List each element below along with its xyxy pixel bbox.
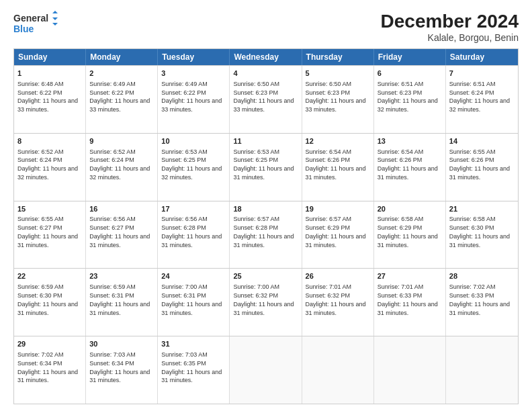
title-block: December 2024 Kalale, Borgou, Benin (381, 11, 519, 43)
calendar-cell: 28 Sunrise: 7:02 AMSunset: 6:33 PMDaylig… (446, 269, 518, 336)
calendar-cell: 23 Sunrise: 6:59 AMSunset: 6:31 PMDaylig… (86, 269, 158, 336)
cell-text: Sunrise: 6:50 AMSunset: 6:23 PMDaylight:… (306, 81, 366, 113)
col-thursday: Thursday (302, 49, 374, 65)
calendar-cell: 26 Sunrise: 7:01 AMSunset: 6:32 PMDaylig… (302, 269, 374, 336)
cell-text: Sunrise: 6:54 AMSunset: 6:26 PMDaylight:… (378, 148, 438, 181)
calendar-cell: 10 Sunrise: 6:53 AMSunset: 6:25 PMDaylig… (158, 134, 230, 201)
calendar-cell: 6 Sunrise: 6:51 AMSunset: 6:23 PMDayligh… (374, 66, 446, 133)
day-number: 15 (17, 204, 82, 214)
day-number: 2 (89, 68, 154, 79)
day-number: 6 (378, 68, 442, 79)
cell-text: Sunrise: 6:59 AMSunset: 6:30 PMDaylight:… (17, 283, 78, 316)
cell-text: Sunrise: 7:01 AMSunset: 6:32 PMDaylight:… (306, 283, 366, 316)
page: General Blue December 2024 Kalale, Borgo… (0, 0, 532, 411)
week-row-2: 8 Sunrise: 6:52 AMSunset: 6:24 PMDayligh… (14, 133, 518, 201)
week-row-1: 1 Sunrise: 6:48 AMSunset: 6:22 PMDayligh… (14, 65, 518, 133)
svg-marker-2 (52, 11, 58, 13)
col-saturday: Saturday (446, 49, 518, 65)
day-number: 4 (233, 68, 298, 79)
svg-marker-4 (52, 23, 58, 26)
day-number: 28 (449, 271, 515, 281)
day-number: 29 (17, 339, 82, 349)
day-number: 24 (161, 271, 226, 281)
calendar-cell: 11 Sunrise: 6:53 AMSunset: 6:25 PMDaylig… (230, 134, 302, 201)
main-title: December 2024 (381, 11, 519, 32)
cell-text: Sunrise: 6:59 AMSunset: 6:31 PMDaylight:… (89, 283, 150, 316)
cell-text: Sunrise: 6:55 AMSunset: 6:27 PMDaylight:… (17, 216, 78, 248)
cell-text: Sunrise: 7:01 AMSunset: 6:33 PMDaylight:… (378, 283, 438, 316)
cell-text: Sunrise: 6:57 AMSunset: 6:28 PMDaylight:… (233, 216, 294, 248)
col-monday: Monday (86, 49, 158, 65)
cell-text: Sunrise: 6:51 AMSunset: 6:24 PMDaylight:… (449, 81, 510, 113)
calendar-cell: 4 Sunrise: 6:50 AMSunset: 6:23 PMDayligh… (230, 66, 302, 133)
cell-text: Sunrise: 6:49 AMSunset: 6:22 PMDaylight:… (89, 81, 150, 113)
cell-text: Sunrise: 6:49 AMSunset: 6:22 PMDaylight:… (161, 81, 222, 113)
calendar-cell: 2 Sunrise: 6:49 AMSunset: 6:22 PMDayligh… (86, 66, 158, 133)
cell-text: Sunrise: 6:57 AMSunset: 6:29 PMDaylight:… (306, 216, 366, 248)
calendar-cell (446, 336, 518, 404)
calendar-cell: 21 Sunrise: 6:58 AMSunset: 6:30 PMDaylig… (446, 201, 518, 269)
calendar-cell: 7 Sunrise: 6:51 AMSunset: 6:24 PMDayligh… (446, 66, 518, 133)
cell-text: Sunrise: 6:50 AMSunset: 6:23 PMDaylight:… (233, 81, 294, 113)
calendar-cell: 25 Sunrise: 7:00 AMSunset: 6:32 PMDaylig… (230, 269, 302, 336)
cell-text: Sunrise: 7:02 AMSunset: 6:34 PMDaylight:… (17, 351, 78, 383)
week-row-4: 22 Sunrise: 6:59 AMSunset: 6:30 PMDaylig… (14, 268, 518, 336)
day-number: 22 (17, 271, 82, 281)
cell-text: Sunrise: 6:52 AMSunset: 6:24 PMDaylight:… (17, 148, 78, 181)
calendar-cell: 3 Sunrise: 6:49 AMSunset: 6:22 PMDayligh… (158, 66, 230, 133)
calendar-cell: 12 Sunrise: 6:54 AMSunset: 6:26 PMDaylig… (302, 134, 374, 201)
day-number: 5 (306, 68, 370, 79)
calendar-cell (374, 336, 446, 404)
day-number: 21 (449, 204, 515, 214)
calendar-cell: 9 Sunrise: 6:52 AMSunset: 6:24 PMDayligh… (86, 134, 158, 201)
cell-text: Sunrise: 6:53 AMSunset: 6:25 PMDaylight:… (161, 148, 222, 181)
cell-text: Sunrise: 6:51 AMSunset: 6:23 PMDaylight:… (378, 81, 438, 113)
day-number: 13 (378, 136, 442, 146)
week-row-5: 29 Sunrise: 7:02 AMSunset: 6:34 PMDaylig… (14, 336, 518, 404)
day-number: 18 (233, 204, 298, 214)
day-number: 23 (89, 271, 154, 281)
calendar-cell: 30 Sunrise: 7:03 AMSunset: 6:34 PMDaylig… (86, 336, 158, 404)
cell-text: Sunrise: 6:58 AMSunset: 6:30 PMDaylight:… (449, 216, 510, 248)
calendar-cell: 31 Sunrise: 7:03 AMSunset: 6:35 PMDaylig… (158, 336, 230, 404)
day-number: 14 (449, 136, 515, 146)
day-number: 16 (89, 204, 154, 214)
calendar-cell: 24 Sunrise: 7:00 AMSunset: 6:31 PMDaylig… (158, 269, 230, 336)
calendar-cell: 18 Sunrise: 6:57 AMSunset: 6:28 PMDaylig… (230, 201, 302, 269)
calendar-body: 1 Sunrise: 6:48 AMSunset: 6:22 PMDayligh… (14, 65, 518, 404)
day-number: 30 (89, 339, 154, 349)
cell-text: Sunrise: 6:52 AMSunset: 6:24 PMDaylight:… (89, 148, 150, 181)
col-friday: Friday (374, 49, 446, 65)
logo: General Blue (13, 11, 60, 35)
header: General Blue December 2024 Kalale, Borgo… (13, 11, 519, 43)
cell-text: Sunrise: 7:00 AMSunset: 6:31 PMDaylight:… (161, 283, 222, 316)
day-number: 8 (17, 136, 82, 146)
calendar-cell: 27 Sunrise: 7:01 AMSunset: 6:33 PMDaylig… (374, 269, 446, 336)
calendar-cell: 5 Sunrise: 6:50 AMSunset: 6:23 PMDayligh… (302, 66, 374, 133)
day-number: 17 (161, 204, 226, 214)
calendar-header-row: Sunday Monday Tuesday Wednesday Thursday… (14, 49, 518, 65)
calendar-cell: 22 Sunrise: 6:59 AMSunset: 6:30 PMDaylig… (14, 269, 86, 336)
calendar-cell: 19 Sunrise: 6:57 AMSunset: 6:29 PMDaylig… (302, 201, 374, 269)
cell-text: Sunrise: 6:58 AMSunset: 6:29 PMDaylight:… (378, 216, 438, 248)
day-number: 1 (17, 68, 82, 79)
calendar-cell: 17 Sunrise: 6:56 AMSunset: 6:28 PMDaylig… (158, 201, 230, 269)
calendar-cell (302, 336, 374, 404)
day-number: 20 (378, 204, 442, 214)
logo-svg: General Blue (13, 11, 60, 35)
day-number: 3 (161, 68, 226, 79)
day-number: 19 (306, 204, 370, 214)
cell-text: Sunrise: 6:56 AMSunset: 6:27 PMDaylight:… (89, 216, 150, 248)
day-number: 9 (89, 136, 154, 146)
cell-text: Sunrise: 6:48 AMSunset: 6:22 PMDaylight:… (17, 81, 78, 113)
day-number: 10 (161, 136, 226, 146)
svg-text:Blue: Blue (13, 24, 34, 34)
calendar-cell: 1 Sunrise: 6:48 AMSunset: 6:22 PMDayligh… (14, 66, 86, 133)
day-number: 11 (233, 136, 298, 146)
cell-text: Sunrise: 6:55 AMSunset: 6:26 PMDaylight:… (449, 148, 510, 181)
cell-text: Sunrise: 7:03 AMSunset: 6:35 PMDaylight:… (161, 351, 222, 383)
svg-text:General: General (13, 13, 48, 24)
cell-text: Sunrise: 6:53 AMSunset: 6:25 PMDaylight:… (233, 148, 294, 181)
day-number: 26 (306, 271, 370, 281)
calendar-cell: 29 Sunrise: 7:02 AMSunset: 6:34 PMDaylig… (14, 336, 86, 404)
